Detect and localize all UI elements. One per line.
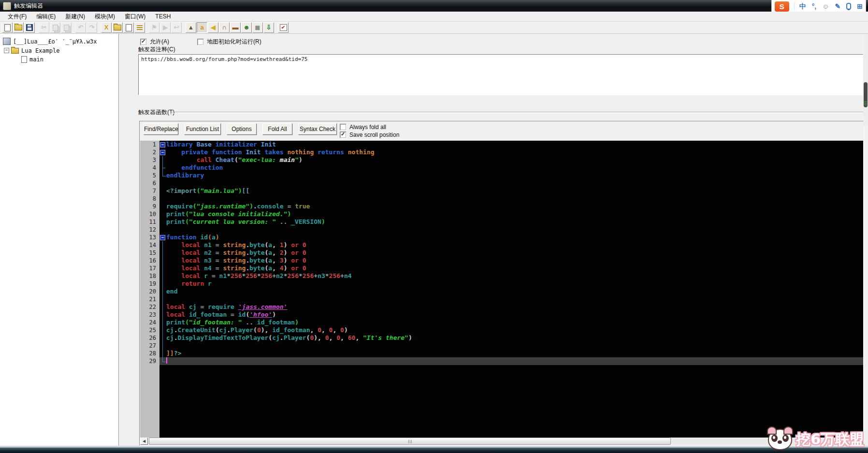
emoji-icon[interactable]: ☺ — [822, 0, 829, 12]
code-line[interactable]: 13−function id(a) — [140, 234, 863, 241]
code-line[interactable]: 11print("current lua version: " .. _VERS… — [140, 218, 863, 226]
tree-item-label: Lua Example — [21, 47, 59, 54]
code-line[interactable]: 9require("jass.runtime").console = true — [140, 203, 863, 210]
sogou-logo-icon[interactable]: S — [775, 1, 789, 12]
fold-collapse-icon[interactable]: − — [160, 150, 165, 155]
module-check-button[interactable]: ✔ — [278, 22, 289, 33]
code-line[interactable]: 27 — [140, 342, 863, 350]
horizontal-scrollbar[interactable]: ◀ ▶ — [140, 438, 863, 445]
folder-icon — [11, 48, 19, 54]
delete-button[interactable]: X — [101, 22, 112, 33]
function-list-button[interactable]: Function List — [184, 123, 221, 135]
horizontal-scroll-thumb[interactable] — [149, 438, 671, 445]
code-line[interactable]: 28]]?> — [140, 350, 863, 357]
always-fold-checkbox[interactable] — [340, 124, 347, 131]
code-token: "current lua version: " — [189, 218, 276, 225]
tree-item-trigger-main[interactable]: main — [21, 56, 43, 63]
code-line[interactable]: 12 — [140, 226, 863, 234]
line-number: 16 — [140, 257, 159, 264]
find-replace-button[interactable]: Find/Replace — [144, 123, 178, 135]
code-line[interactable]: 18 local r = n1*256*256*256+n2*256*256+n… — [140, 272, 863, 280]
fold-margin[interactable]: − — [159, 234, 166, 241]
run-map-icon: ⚑ — [151, 23, 157, 32]
import-manager-button[interactable]: ⇩ — [263, 22, 274, 33]
enabled-checkbox[interactable] — [140, 39, 147, 45]
code-line[interactable]: 19 return r — [140, 280, 863, 288]
trigger-tree-panel[interactable]: [__]Lua___£o′ ′_¨µ¥λ.w3x−Lua Examplemain — [0, 34, 119, 446]
options-button[interactable]: Options — [227, 123, 257, 135]
fold-collapse-icon[interactable]: − — [160, 142, 165, 147]
code-line[interactable]: 29 — [140, 357, 863, 365]
fold-all-button[interactable]: Fold All — [262, 123, 292, 135]
new-comment-button[interactable] — [134, 22, 145, 33]
cut-button: ✂ — [39, 22, 49, 33]
menu-window[interactable]: 窗口(W) — [120, 12, 150, 22]
open-map-button[interactable] — [13, 22, 24, 33]
code-line[interactable]: 10print("lua console initialized.") — [140, 210, 863, 218]
ai-editor-button[interactable]: ☻ — [241, 22, 252, 33]
terrain-editor-button[interactable]: ▲ — [186, 22, 196, 33]
code-token: , — [355, 334, 363, 341]
save-map-button[interactable] — [24, 22, 35, 33]
code-token: * — [227, 272, 231, 279]
object-editor-button[interactable]: ∩ — [219, 22, 230, 33]
punctuation-icon[interactable]: °, — [812, 0, 817, 12]
code-token: Player — [231, 326, 253, 334]
code-line[interactable]: 20end — [140, 288, 863, 295]
scroll-right-arrow-icon[interactable]: ▶ — [855, 438, 863, 445]
voice-icon[interactable] — [846, 0, 851, 12]
campaign-editor-button[interactable]: ▬ — [230, 22, 241, 33]
code-line[interactable]: 8 — [140, 195, 863, 203]
code-line[interactable]: 5endlibrary — [140, 172, 863, 179]
vertical-scrollbar[interactable] — [863, 34, 868, 126]
code-line[interactable]: 6 — [140, 179, 863, 187]
handwriting-icon[interactable]: ✎ — [835, 0, 841, 12]
code-line[interactable]: 1−library Base initializer Init — [140, 141, 863, 148]
code-line[interactable]: 21 — [140, 295, 863, 303]
menu-edit[interactable]: 编辑(E) — [31, 12, 60, 22]
save-scroll-checkbox[interactable] — [340, 132, 347, 138]
code-token: 256 — [303, 272, 314, 279]
code-line[interactable]: 2− private function Init takes nothing r… — [140, 148, 863, 156]
code-token: cj — [189, 303, 197, 310]
new-file-button[interactable] — [2, 22, 13, 33]
menu-new[interactable]: 新建(N) — [60, 12, 90, 22]
comment-textbox[interactable]: https://bbs.wow8.org/forum.php?mod=viewt… — [138, 54, 863, 95]
code-line[interactable]: 16 local n3 = string.byte(a, 3) or 0 — [140, 257, 863, 264]
tree-item-category[interactable]: −Lua Example — [4, 47, 59, 54]
toolbox-icon[interactable]: ⊞ — [857, 0, 863, 12]
new-trigger-button[interactable] — [123, 22, 134, 33]
trigger-editor-button[interactable]: a — [197, 22, 207, 33]
vertical-scroll-thumb[interactable] — [864, 82, 868, 107]
code-token — [299, 257, 303, 264]
code-token: Player — [284, 334, 306, 341]
sound-editor-button[interactable]: ◀ — [208, 22, 218, 33]
syntax-check-button[interactable]: Syntax Check — [298, 123, 337, 135]
menu-module[interactable]: 模块(M) — [90, 12, 120, 22]
code-line[interactable]: 26cj.DisplayTimedTextToPlayer(cj.Player(… — [140, 334, 863, 342]
code-token: , — [321, 326, 329, 334]
code-line[interactable]: 14 local n1 = string.byte(a, 1) or 0 — [140, 241, 863, 249]
object-manager-button[interactable]: ◼ — [252, 22, 263, 33]
tree-expander-icon[interactable]: − — [4, 48, 9, 53]
code-line[interactable]: 4 endfunction — [140, 164, 863, 172]
code-line[interactable]: 17 local n4 = string.byte(a, 4) or 0 — [140, 264, 863, 272]
menu-file[interactable]: 文件(F) — [3, 12, 31, 22]
fold-margin[interactable]: − — [159, 141, 166, 148]
code-line[interactable]: 24print("id_footman: " .. id_footman) — [140, 319, 863, 326]
code-line[interactable]: 22local cj = require 'jass.common' — [140, 303, 863, 311]
chinese-mode-icon[interactable]: 中 — [799, 0, 806, 12]
code-editor[interactable]: 1−library Base initializer Init2− privat… — [140, 141, 863, 438]
run-on-init-checkbox[interactable] — [197, 39, 204, 45]
code-line[interactable]: 7<?import("main.lua")[[ — [140, 187, 863, 195]
code-line[interactable]: 25cj.CreateUnit(cj.Player(0), id_footman… — [140, 326, 863, 334]
menu-tesh[interactable]: TESH — [150, 12, 175, 21]
fold-collapse-icon[interactable]: − — [160, 235, 165, 240]
code-line[interactable]: 3 call Cheat("exec-lua: main") — [140, 156, 863, 164]
code-line[interactable]: 23local id_footman = id('hfoo') — [140, 311, 863, 319]
new-category-button[interactable] — [112, 22, 123, 33]
scroll-left-arrow-icon[interactable]: ◀ — [140, 438, 148, 445]
tree-item-map-root[interactable]: [__]Lua___£o′ ′_¨µ¥λ.w3x — [3, 38, 97, 45]
code-line[interactable]: 15 local n2 = string.byte(a, 2) or 0 — [140, 249, 863, 257]
fold-margin[interactable]: − — [159, 148, 166, 156]
